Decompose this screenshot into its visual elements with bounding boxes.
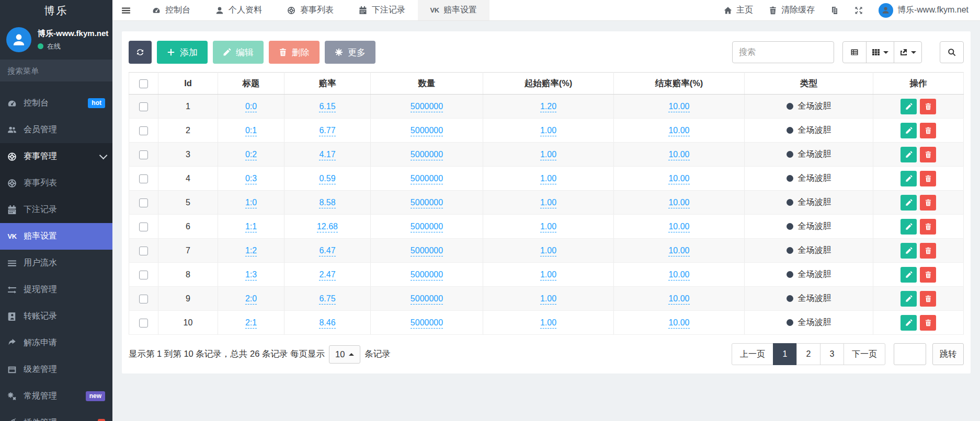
tab-赛事列表[interactable]: 赛事列表 [275,0,346,20]
editable-cell[interactable]: 0:2 [245,150,257,160]
user-menu[interactable]: 博乐-www.fkym.net [879,3,968,18]
row-delete-button[interactable] [920,243,936,259]
table-search-input[interactable] [732,41,834,63]
page-button-2[interactable]: 2 [796,343,821,365]
editable-cell[interactable]: 6.75 [319,294,335,305]
edit-button[interactable]: 编辑 [213,41,264,64]
row-checkbox[interactable] [139,150,148,159]
editable-cell[interactable]: 5000000 [411,150,443,160]
row-delete-button[interactable] [920,315,936,331]
editable-cell[interactable]: 1.00 [540,318,556,329]
columns-button[interactable] [866,41,894,63]
editable-cell[interactable]: 2:1 [245,318,257,329]
editable-cell[interactable]: 5000000 [411,270,443,280]
editable-cell[interactable]: 1:3 [245,270,257,280]
sidebar-item-控制台[interactable]: 控制台 hot [0,90,112,116]
editable-cell[interactable]: 5000000 [411,174,443,184]
editable-cell[interactable]: 0:3 [245,174,257,184]
page-size-select[interactable]: 10 [329,345,360,364]
sidebar-item-常规管理[interactable]: 常规管理 new [0,383,112,410]
docs-button[interactable] [830,6,839,15]
sidebar-item-插件管理[interactable]: 插件管理 [0,410,112,421]
refresh-button[interactable] [129,41,152,64]
editable-cell[interactable]: 0:0 [245,102,257,112]
row-edit-button[interactable] [901,291,917,307]
row-edit-button[interactable] [901,171,917,186]
avatar[interactable] [6,27,31,52]
row-delete-button[interactable] [920,195,936,210]
editable-cell[interactable]: 8.46 [319,318,335,329]
editable-cell[interactable]: 5000000 [411,198,443,208]
row-edit-button[interactable] [901,99,917,114]
row-checkbox[interactable] [139,126,148,135]
sidebar-toggle-button[interactable] [112,0,140,20]
row-edit-button[interactable] [901,195,917,210]
row-edit-button[interactable] [901,267,917,283]
editable-cell[interactable]: 0:1 [245,126,257,136]
row-checkbox[interactable] [139,198,148,207]
editable-cell[interactable]: 10.00 [668,270,689,280]
sidebar-item-级差管理[interactable]: 级差管理 [0,356,112,383]
page-button-3[interactable]: 3 [820,343,844,365]
editable-cell[interactable]: 6.77 [319,126,335,136]
home-link[interactable]: 主页 [724,5,753,16]
editable-cell[interactable]: 1.00 [540,174,556,184]
editable-cell[interactable]: 6.15 [319,102,335,112]
fullscreen-button[interactable] [854,6,863,15]
editable-cell[interactable]: 1.00 [540,222,556,232]
editable-cell[interactable]: 10.00 [668,150,689,160]
sidebar-item-会员管理[interactable]: 会员管理 [0,116,112,143]
row-checkbox[interactable] [139,223,148,231]
tab-赔率设置[interactable]: VK赔率设置 [418,0,489,20]
toggle-view-button[interactable] [842,41,867,63]
brand-title[interactable]: 博乐 [0,0,112,21]
editable-cell[interactable]: 5000000 [411,246,443,256]
row-checkbox[interactable] [139,295,148,303]
row-checkbox[interactable] [139,319,148,328]
editable-cell[interactable]: 10.00 [668,102,689,112]
row-checkbox[interactable] [139,271,148,279]
row-edit-button[interactable] [901,123,917,138]
editable-cell[interactable]: 5000000 [411,222,443,232]
sidebar-item-提现管理[interactable]: 提现管理 [0,276,112,303]
sidebar-item-解冻申请[interactable]: 解冻申请 [0,330,112,356]
row-checkbox[interactable] [139,247,148,255]
editable-cell[interactable]: 6.47 [319,246,335,256]
editable-cell[interactable]: 5000000 [411,126,443,136]
row-delete-button[interactable] [920,123,936,138]
editable-cell[interactable]: 2.47 [319,270,335,280]
editable-cell[interactable]: 10.00 [668,318,689,329]
row-delete-button[interactable] [920,99,936,114]
sidebar-item-转账记录[interactable]: 转账记录 [0,303,112,330]
sidebar-item-下注记录[interactable]: 下注记录 [0,196,112,223]
page-button-1[interactable]: 1 [773,343,797,365]
search-button[interactable] [940,41,964,63]
row-edit-button[interactable] [901,147,917,162]
row-edit-button[interactable] [901,315,917,331]
row-edit-button[interactable] [901,243,917,259]
editable-cell[interactable]: 10.00 [668,126,689,136]
delete-button[interactable]: 删除 [269,41,320,64]
jump-button[interactable]: 跳转 [932,343,964,365]
sidebar-item-用户流水[interactable]: 用户流水 [0,250,112,276]
tab-个人资料[interactable]: 个人资料 [203,0,275,20]
sidebar-search-input[interactable] [7,66,111,75]
clear-cache-link[interactable]: 清除缓存 [769,5,815,16]
editable-cell[interactable]: 1.00 [540,294,556,305]
row-delete-button[interactable] [920,267,936,283]
editable-cell[interactable]: 1:1 [245,222,257,232]
editable-cell[interactable]: 1.20 [540,102,556,112]
row-edit-button[interactable] [901,219,917,235]
row-delete-button[interactable] [920,147,936,162]
sidebar-item-赔率设置[interactable]: VK 赔率设置 [0,223,112,250]
more-button[interactable]: 更多 [325,41,375,64]
editable-cell[interactable]: 4.17 [319,150,335,160]
row-checkbox[interactable] [139,174,148,183]
editable-cell[interactable]: 1.00 [540,126,556,136]
editable-cell[interactable]: 12.68 [317,222,338,232]
sidebar-item-赛事列表[interactable]: 赛事列表 [0,170,112,196]
next-page-button[interactable]: 下一页 [844,343,885,365]
editable-cell[interactable]: 5000000 [411,294,443,305]
row-delete-button[interactable] [920,171,936,186]
editable-cell[interactable]: 8.58 [319,198,335,208]
